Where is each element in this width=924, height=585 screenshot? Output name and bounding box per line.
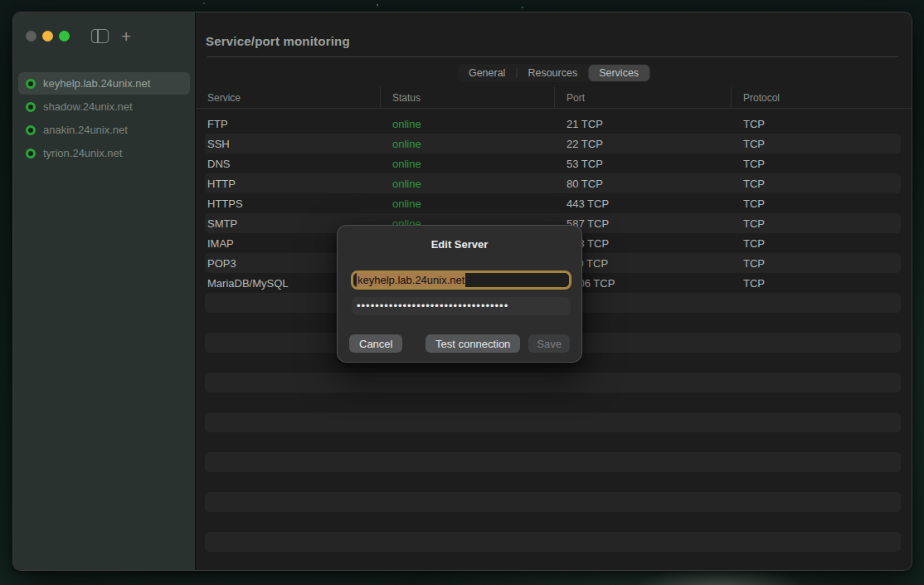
cell-protocol: TCP (732, 217, 912, 230)
empty-table-row[interactable] (196, 492, 912, 512)
cell-service: HTTP (196, 178, 381, 190)
table-row[interactable]: FTPonline21 TCPTCP (196, 114, 912, 134)
sidebar-item-server[interactable]: anakin.24unix.net (18, 119, 190, 141)
cell-service: FTP (196, 118, 381, 130)
empty-table-row[interactable] (196, 392, 912, 412)
dialog-buttons: Cancel Test connection Save (349, 334, 570, 353)
empty-table-row[interactable] (196, 472, 912, 492)
cell-service: HTTPS (196, 197, 381, 210)
sidebar-titlebar: + (13, 12, 195, 59)
cell-port: 587 TCP (555, 217, 732, 230)
cell-protocol: TCP (732, 257, 912, 270)
column-header-status[interactable]: Status (381, 87, 555, 108)
server-list: keyhelp.lab.24unix.netshadow.24unix.neta… (13, 71, 195, 164)
green-status-dot-icon (26, 102, 36, 112)
empty-table-row[interactable] (196, 432, 912, 452)
sidebar: + keyhelp.lab.24unix.netshadow.24unix.ne… (13, 12, 196, 570)
sidebar-toggle-icon[interactable] (91, 29, 109, 43)
add-server-button[interactable]: + (121, 29, 131, 43)
sidebar-item-server[interactable]: shadow.24unix.net (18, 95, 190, 118)
tab-general[interactable]: General (458, 65, 516, 81)
table-row[interactable]: DNSonline53 TCPTCP (196, 154, 912, 173)
cell-port: 53 TCP (555, 158, 732, 170)
host-input-selected-text: keyhelp.lab.24unix.net (357, 273, 465, 287)
cell-protocol: TCP (732, 118, 912, 130)
sidebar-item-server[interactable]: tyrion.24unix.net (18, 142, 190, 164)
traffic-lights (26, 31, 70, 41)
cell-status: online (381, 178, 555, 190)
host-input[interactable]: keyhelp.lab.24unix.net (351, 271, 571, 290)
table-header: ServiceStatusPortProtocol (196, 87, 912, 109)
minimize-window-icon[interactable] (42, 31, 53, 41)
table-row[interactable]: HTTPonline80 TCPTCP (196, 173, 912, 193)
cell-protocol: TCP (732, 178, 912, 190)
green-status-dot-icon (26, 79, 36, 89)
cell-service: SSH (196, 138, 381, 150)
close-window-icon[interactable] (26, 31, 36, 41)
table-row[interactable]: HTTPSonline443 TCPTCP (196, 193, 912, 213)
edit-server-dialog: Edit Server keyhelp.lab.24unix.net •••••… (337, 225, 582, 363)
tab-resources[interactable]: Resources (517, 65, 588, 81)
server-label: shadow.24unix.net (43, 100, 133, 113)
server-label: keyhelp.lab.24unix.net (43, 77, 150, 90)
empty-table-row[interactable] (196, 412, 912, 432)
empty-table-row[interactable] (196, 452, 912, 472)
column-header-port[interactable]: Port (555, 87, 732, 108)
cell-status: online (381, 197, 555, 210)
cell-status: online (381, 158, 555, 170)
cell-port: 80 TCP (555, 178, 732, 190)
green-status-dot-icon (26, 149, 36, 158)
server-label: tyrion.24unix.net (43, 147, 122, 159)
cell-port: 443 TCP (555, 197, 732, 210)
cell-protocol: TCP (732, 197, 912, 210)
test-connection-button[interactable]: Test connection (426, 334, 520, 353)
table-row[interactable]: SSHonline22 TCPTCP (196, 134, 912, 154)
cell-port: 22 TCP (555, 138, 732, 150)
server-label: anakin.24unix.net (43, 124, 128, 136)
tab-bar: GeneralResourcesServices (457, 64, 650, 82)
column-header-protocol[interactable]: Protocol (732, 87, 912, 108)
column-header-service[interactable]: Service (196, 87, 381, 108)
desktop-wallpaper: + keyhelp.lab.24unix.netshadow.24unix.ne… (0, 0, 924, 585)
header-separator (207, 56, 898, 57)
empty-table-row[interactable] (196, 512, 912, 532)
zoom-window-icon[interactable] (59, 31, 70, 41)
cell-protocol: TCP (732, 237, 912, 250)
green-status-dot-icon (26, 125, 36, 135)
cell-status: online (381, 138, 555, 150)
sidebar-item-server[interactable]: keyhelp.lab.24unix.net (18, 72, 190, 95)
cell-protocol: TCP (732, 277, 912, 290)
cancel-button[interactable]: Cancel (349, 334, 402, 353)
cell-protocol: TCP (732, 158, 912, 170)
page-title: Service/port monitoring (206, 34, 350, 48)
cell-protocol: TCP (732, 138, 912, 150)
dialog-title: Edit Server (338, 238, 581, 251)
cell-service: DNS (196, 158, 381, 170)
empty-table-row[interactable] (196, 373, 912, 392)
cell-port: 21 TCP (555, 118, 732, 130)
empty-table-row[interactable] (196, 532, 912, 552)
cell-status: online (381, 118, 555, 130)
tab-services[interactable]: Services (588, 65, 649, 81)
save-button[interactable]: Save (528, 334, 570, 353)
password-input[interactable]: ••••••••••••••••••••••••••••••••• (352, 297, 571, 315)
